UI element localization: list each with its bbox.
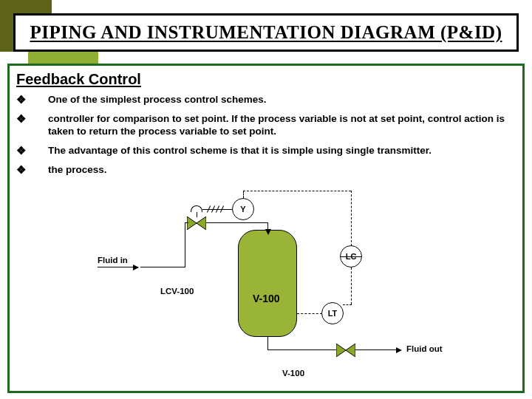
vessel-icon [238, 230, 297, 337]
svg-marker-3 [346, 344, 355, 357]
arrow-icon [133, 265, 139, 270]
pipe-line [267, 337, 268, 349]
valve-tag-label: LCV-100 [160, 287, 194, 296]
transmitter-bubble: LT [321, 302, 344, 324]
list-item: ❖ One of the simplest process control sc… [16, 94, 516, 106]
section-heading: Feedback Control [16, 71, 516, 88]
signal-line [351, 191, 352, 246]
list-item: ❖ controller for comparison to set point… [16, 113, 516, 138]
valve-outline [336, 344, 355, 357]
actuator-icon [191, 205, 202, 212]
signal-line [243, 191, 244, 198]
signal-line [351, 267, 352, 304]
list-item: ❖ The advantage of this control scheme i… [16, 145, 516, 157]
fluid-in-label: Fluid in [98, 256, 128, 265]
content-area: Feedback Control ❖ One of the simplest p… [16, 71, 516, 387]
list-item: ❖ the process. [16, 164, 516, 177]
svg-marker-2 [336, 344, 346, 357]
block-valve-icon [336, 344, 355, 357]
bullet-icon: ❖ [16, 145, 26, 157]
signal-line [243, 191, 351, 191]
bullet-icon: ❖ [16, 164, 26, 177]
bullet-text: the process. [48, 164, 516, 177]
vessel-label: V-100 [253, 293, 280, 304]
pipe-line [185, 222, 188, 223]
signal-hatch-icon [207, 205, 229, 213]
bullet-icon: ❖ [16, 113, 26, 138]
arrow-icon [265, 229, 271, 235]
controller-bubble: LC [340, 245, 362, 267]
arrow-icon [396, 347, 402, 353]
transmitter-label: LT [328, 309, 338, 318]
title-box: PIPING AND INSTRUMENTATION DIAGRAM (P&ID… [13, 13, 519, 52]
svg-marker-1 [197, 216, 206, 230]
controller-label: LC [346, 252, 357, 261]
bullet-list: ❖ One of the simplest process control sc… [16, 94, 516, 176]
svg-marker-0 [187, 216, 197, 230]
bullet-text: controller for comparison to set point. … [48, 113, 516, 138]
bullet-text: The advantage of this control scheme is … [48, 145, 516, 157]
pid-diagram: V-100 Fluid in LCV-100 Y [98, 197, 467, 389]
pipe-line [185, 222, 185, 267]
pipe-line [98, 267, 138, 267]
bullet-text: One of the simplest process control sche… [48, 94, 516, 106]
solenoid-label: Y [240, 205, 245, 214]
bullet-icon: ❖ [16, 94, 26, 106]
solenoid-bubble: Y [232, 198, 254, 220]
pipe-line [267, 349, 337, 350]
signal-line [297, 313, 322, 314]
pipe-line [140, 267, 185, 267]
valve-outline [187, 216, 206, 230]
signal-line [343, 304, 352, 305]
page-title: PIPING AND INSTRUMENTATION DIAGRAM (P&ID… [30, 22, 502, 43]
pipe-line [355, 349, 398, 350]
pipe-line [205, 222, 267, 223]
control-valve-icon [187, 216, 206, 230]
bottom-valve-label: V-100 [282, 369, 304, 378]
fluid-out-label: Fluid out [406, 344, 443, 353]
